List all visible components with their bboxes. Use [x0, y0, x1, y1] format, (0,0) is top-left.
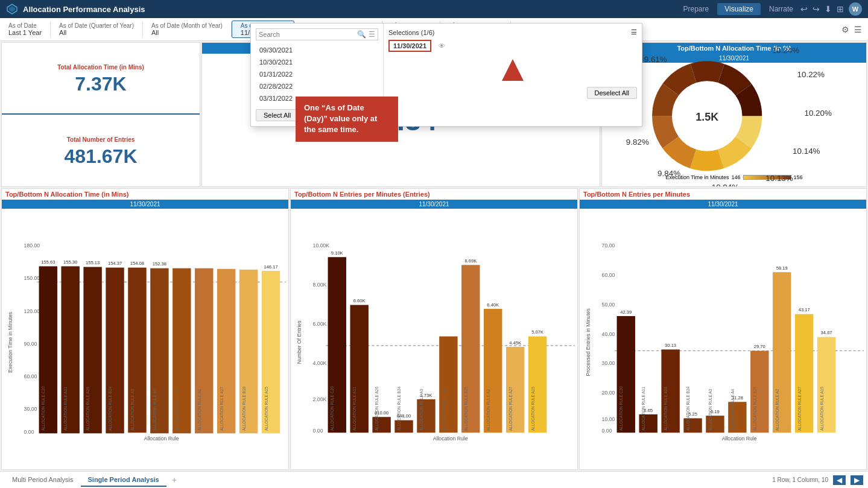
dropdown-right: Selections (1/6) ☰ 11/30/2021 👁 Deselect…	[384, 24, 642, 126]
chart1-svg: 180.00 150.00 120.00 90.00 60.00 30.00 0…	[4, 211, 286, 467]
svg-text:ALLOCATION RULE A2: ALLOCATION RULE A2	[775, 388, 779, 431]
svg-text:34.67: 34.67	[821, 330, 832, 335]
svg-text:Processed Entries in Minutes: Processed Entries in Minutes	[585, 308, 591, 376]
chart2-svg: 10.00K 8.00K 6.00K 4.00K 2.00K 0.00 Numb…	[293, 211, 575, 467]
svg-text:180.00: 180.00	[24, 242, 40, 249]
svg-text:ALLOCATION RULE A3: ALLOCATION RULE A3	[130, 388, 135, 431]
svg-text:60.00: 60.00	[602, 272, 615, 278]
pct-8: 9.82%	[626, 138, 649, 147]
header: Allocation Performance Analysis Prepare …	[0, 0, 868, 18]
filter-as-of-date[interactable]: As of Date Last 1 Year	[6, 21, 51, 37]
filter-label-month: As of Date (Month of Year)	[151, 22, 223, 29]
nav-prepare[interactable]: Prepare	[676, 3, 716, 15]
chart2-date: 11/30/2021	[291, 200, 577, 209]
selections-menu-icon[interactable]: ☰	[631, 28, 637, 36]
add-tab-icon[interactable]: ＋	[166, 475, 182, 486]
chart2-area: 10.00K 8.00K 6.00K 4.00K 2.00K 0.00 Numb…	[291, 209, 577, 469]
redo-icon[interactable]: ↪	[813, 4, 820, 14]
status-bar: 1 Row, 1 Column, 10 ◀ ▶	[772, 475, 863, 485]
svg-text:42.39: 42.39	[620, 309, 632, 315]
nav-narrate[interactable]: Narrate	[762, 3, 800, 15]
svg-text:155.30: 155.30	[63, 259, 77, 265]
arrow-container	[388, 58, 637, 82]
svg-text:ALLOCATION RULE A15: ALLOCATION RULE A15	[264, 387, 268, 431]
filter-value-quarter: All	[59, 29, 134, 36]
undo-icon[interactable]: ↩	[800, 4, 808, 14]
svg-text:ALLOCATION RULE A2: ALLOCATION RULE A2	[486, 388, 490, 431]
dd-date-2[interactable]: 10/30/2021	[256, 56, 378, 68]
kpi-panel: Total Allocation Time (in Mins) 7.37K To…	[1, 42, 200, 187]
select-all-btn[interactable]: Select All	[256, 109, 299, 121]
svg-text:60.00: 60.00	[24, 373, 37, 379]
svg-text:29.70: 29.70	[754, 344, 765, 349]
svg-text:ALLOCATION RULE A11: ALLOCATION RULE A11	[63, 387, 68, 431]
svg-text:0.00: 0.00	[313, 428, 323, 434]
chart3-panel: Top/Bottom N Entries per Minutes 11/30/2…	[579, 188, 867, 470]
nav-visualize[interactable]: Visualize	[717, 3, 761, 15]
eye-icon[interactable]: 👁	[439, 42, 445, 49]
deselect-all-btn[interactable]: Deselect All	[587, 87, 637, 99]
search-icon: 🔍	[357, 30, 366, 39]
svg-text:50.00: 50.00	[602, 302, 615, 308]
pct-4: 10.14%	[793, 147, 820, 156]
up-arrow-icon	[501, 58, 525, 82]
tooltip-text: One “As of Date (Day)” value only at the…	[304, 103, 377, 134]
search-input[interactable]	[259, 31, 357, 38]
svg-text:20.00: 20.00	[602, 390, 615, 396]
pct-10: 9.61%	[644, 55, 667, 64]
search-box: 🔍 ☰	[256, 28, 378, 40]
svg-text:4.00K: 4.00K	[313, 360, 327, 366]
selections-header: Selections (1/6) ☰	[388, 28, 637, 36]
svg-text:Allocation Rule: Allocation Rule	[433, 436, 468, 442]
chart2-panel: Top/Bottom N Entries per Minutes (Entrie…	[290, 188, 578, 470]
svg-marker-120	[502, 59, 524, 81]
chart1-area: 180.00 150.00 120.00 90.00 60.00 30.00 0…	[2, 209, 288, 469]
app-title: Allocation Performance Analysis	[23, 5, 676, 14]
share-icon[interactable]: ⊞	[837, 4, 844, 14]
chart1-title: Top/Bottom N Allocation Time (in Mins)	[2, 189, 288, 200]
tab-single-period[interactable]: Single Period Analysis	[81, 474, 166, 487]
list-icon[interactable]: ☰	[369, 30, 375, 39]
svg-text:120.00: 120.00	[24, 308, 40, 314]
filter-quarter[interactable]: As of Date (Quarter of Year) All	[51, 21, 143, 37]
kpi-total-alloc-title: Total Allocation Time (in Mins)	[55, 62, 147, 73]
donut-center-label: 1.5K	[695, 111, 718, 123]
donut-chart: 1.5K 10.24% 10.22% 10.20% 10.14% 10.13% …	[608, 42, 860, 187]
svg-text:ALLOCATION RULE B16: ALLOCATION RULE B16	[242, 386, 246, 431]
nav-left-icon[interactable]: ◀	[833, 475, 846, 485]
filter-settings-icon[interactable]: ⚙	[841, 25, 849, 34]
download-icon[interactable]: ⬇	[825, 4, 832, 14]
header-actions: ↩ ↪ ⬇ ⊞ W	[800, 2, 862, 16]
bars2-group: 9.10K 6.60K 810.00 648.00 1.73K 8.69K	[328, 250, 547, 433]
svg-text:ALLOCATION RULE B24: ALLOCATION RULE B24	[397, 386, 401, 431]
dd-date-4[interactable]: 02/28/2022	[256, 80, 378, 92]
filter-menu-icon[interactable]: ☰	[854, 25, 862, 34]
svg-text:154.37: 154.37	[108, 261, 122, 266]
svg-text:ALLOCATION RULE A2: ALLOCATION RULE A2	[197, 388, 201, 431]
svg-text:10.00K: 10.00K	[313, 242, 330, 249]
filter-month[interactable]: As of Date (Month of Year) All	[143, 21, 232, 37]
pct-7: 9.84%	[657, 170, 680, 179]
svg-text:4.45K: 4.45K	[509, 340, 521, 346]
dd-date-3[interactable]: 01/31/2022	[256, 68, 378, 80]
dd-date-1[interactable]: 09/30/2021	[256, 44, 378, 56]
user-avatar[interactable]: W	[849, 2, 862, 16]
svg-marker-2	[9, 6, 15, 12]
svg-text:Allocation Rule: Allocation Rule	[722, 436, 757, 442]
svg-text:ALLOCATION RULE A0: ALLOCATION RULE A0	[153, 388, 157, 431]
svg-text:10.00: 10.00	[602, 416, 615, 422]
svg-text:2.00K: 2.00K	[313, 396, 327, 402]
kpi-total-alloc: Total Allocation Time (in Mins) 7.37K	[2, 43, 200, 115]
filter-value-month: All	[151, 29, 223, 36]
svg-text:0.00: 0.00	[602, 428, 612, 434]
pct-2: 10.22%	[797, 70, 825, 79]
kpi-total-entries-title: Total Number of Entries	[65, 134, 138, 145]
filter-label-quarter: As of Date (Quarter of Year)	[59, 22, 134, 29]
svg-text:90.00: 90.00	[24, 341, 37, 347]
selected-value: 11/30/2021	[393, 42, 426, 49]
tab-multi-period[interactable]: Multi Period Analysis	[5, 474, 81, 487]
svg-text:ALLOCATION RULE B24: ALLOCATION RULE B24	[108, 386, 112, 431]
chart3-area: 70.00 60.00 50.00 40.00 30.00 20.00 10.0…	[580, 209, 866, 469]
nav-right-icon[interactable]: ▶	[851, 475, 863, 485]
bottom-row: Top/Bottom N Allocation Time (in Mins) 1…	[1, 188, 867, 470]
